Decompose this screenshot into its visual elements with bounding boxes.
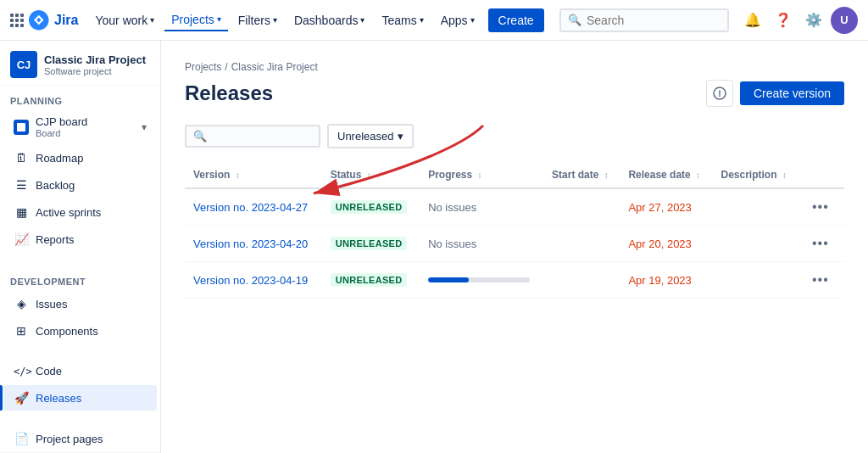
description-cell — [713, 226, 798, 262]
col-start-date: Start date ↕ — [543, 162, 620, 188]
version-link[interactable]: Version no. 2023-04-19 — [193, 274, 308, 287]
create-version-button[interactable]: Create version — [740, 81, 844, 105]
release-date-cell: Apr 19, 2023 — [620, 262, 712, 299]
table-row: Version no. 2023-04-19UNRELEASEDApr 19, … — [185, 262, 844, 299]
sidebar-item-label: Active sprints — [36, 206, 101, 219]
planning-section-label: PLANNING — [0, 86, 160, 109]
more-options-button[interactable]: ••• — [807, 198, 834, 216]
sort-icon: ↕ — [478, 171, 482, 180]
sprint-icon: ▦ — [14, 205, 29, 219]
sidebar-item-components[interactable]: ⊞ Components — [3, 318, 157, 344]
components-icon: ⊞ — [14, 324, 29, 338]
table-row: Version no. 2023-04-27UNRELEASEDNo issue… — [185, 188, 844, 226]
releases-table: Version ↕ Status ↕ Progress ↕ Start da — [185, 162, 844, 299]
jira-wordmark: Jira — [54, 13, 78, 28]
chevron-icon: ▾ — [360, 15, 364, 25]
sort-icon: ↕ — [696, 171, 700, 180]
description-cell — [713, 188, 798, 226]
main-wrapper: Projects / Classic Jira Project Releases… — [161, 41, 868, 453]
nav-dashboards[interactable]: Dashboards ▾ — [287, 10, 372, 31]
status-badge: UNRELEASED — [331, 237, 408, 250]
sidebar-item-label: Components — [36, 325, 98, 338]
sort-icon: ↕ — [367, 171, 371, 180]
version-search[interactable]: 🔍 — [185, 125, 320, 148]
release-date-cell: Apr 27, 2023 — [620, 188, 712, 226]
settings-button[interactable]: ⚙️ — [800, 7, 827, 34]
sidebar-item-project-pages[interactable]: 📄 Project pages — [3, 426, 157, 451]
backlog-icon: ☰ — [14, 178, 29, 192]
app-logo[interactable]: Jira — [10, 10, 78, 31]
grid-icon — [10, 14, 24, 27]
nav-teams[interactable]: Teams ▾ — [375, 10, 430, 31]
start-date-cell — [543, 226, 620, 262]
sidebar-item-reports[interactable]: 📈 Reports — [3, 226, 157, 252]
nav-filters[interactable]: Filters ▾ — [231, 10, 284, 31]
col-version: Version ↕ — [185, 162, 322, 188]
issues-icon: ◈ — [14, 297, 29, 310]
col-release-date: Release date ↕ — [620, 162, 712, 188]
create-button[interactable]: Create — [488, 8, 544, 32]
search-bar[interactable]: 🔍 — [559, 8, 729, 32]
chevron-icon: ▾ — [420, 15, 424, 25]
sidebar-item-label: Issues — [36, 298, 68, 310]
sidebar-item-label: Reports — [36, 233, 75, 246]
chevron-down-icon: ▾ — [398, 130, 403, 143]
sidebar-item-roadmap[interactable]: 🗓 Roadmap — [3, 145, 157, 171]
board-icon — [14, 120, 29, 135]
table-row: Version no. 2023-04-20UNRELEASEDNo issue… — [185, 226, 844, 262]
sidebar-item-issues[interactable]: ◈ Issues — [3, 291, 157, 316]
breadcrumb: Projects / Classic Jira Project — [185, 61, 844, 73]
sidebar-item-code[interactable]: </> Code — [3, 359, 157, 383]
table-header-row: Version ↕ Status ↕ Progress ↕ Start da — [185, 162, 844, 188]
nav-apps[interactable]: Apps ▾ — [434, 10, 481, 31]
no-issues-label: No issues — [428, 201, 476, 214]
version-search-input[interactable] — [207, 130, 312, 143]
reports-icon: 📈 — [14, 232, 29, 246]
breadcrumb-project-name[interactable]: Classic Jira Project — [231, 61, 318, 73]
nav-projects[interactable]: Projects ▾ — [164, 9, 228, 31]
sidebar-item-label: Code — [36, 365, 62, 378]
more-options-button[interactable]: ••• — [807, 234, 834, 253]
sidebar-item-label: Backlog — [36, 179, 75, 192]
pages-icon: 📄 — [14, 432, 29, 445]
help-button[interactable]: ❓ — [770, 7, 797, 34]
project-type: Software project — [44, 66, 146, 76]
status-filter-dropdown[interactable]: Unreleased ▾ — [327, 124, 414, 148]
avatar[interactable]: U — [831, 7, 858, 34]
start-date-cell — [543, 188, 620, 226]
version-link[interactable]: Version no. 2023-04-20 — [193, 238, 308, 250]
page-header: Releases Create version — [185, 80, 844, 107]
releases-icon: 🚀 — [14, 391, 29, 405]
search-input[interactable] — [587, 14, 721, 27]
code-icon: </> — [14, 366, 29, 378]
version-link[interactable]: Version no. 2023-04-27 — [193, 201, 308, 214]
more-options-button[interactable]: ••• — [807, 271, 834, 289]
sidebar-item-label: Project pages — [36, 433, 103, 445]
notifications-button[interactable]: 🔔 — [739, 7, 766, 34]
board-group: CJP board Board ▾ — [3, 109, 157, 144]
roadmap-icon: 🗓 — [14, 151, 29, 165]
status-badge: UNRELEASED — [331, 200, 408, 214]
status-badge: UNRELEASED — [331, 273, 408, 287]
page-header-actions: Create version — [706, 80, 844, 107]
sidebar-item-label: Roadmap — [36, 152, 83, 165]
status-filter-label: Unreleased — [337, 130, 394, 143]
jira-logo-icon — [29, 10, 49, 31]
chevron-icon: ▾ — [217, 14, 221, 24]
project-icon: CJ — [10, 51, 37, 78]
search-icon: 🔍 — [568, 14, 581, 26]
nav-your-work[interactable]: Your work ▾ — [88, 10, 161, 31]
col-progress: Progress ↕ — [420, 162, 543, 188]
start-date-cell — [543, 262, 620, 299]
sidebar-item-releases[interactable]: 🚀 Releases — [3, 385, 157, 411]
board-header[interactable]: CJP board Board ▾ — [3, 109, 157, 144]
search-icon: 🔍 — [193, 130, 207, 143]
page-title: Releases — [185, 81, 273, 105]
chevron-icon: ▾ — [150, 15, 154, 25]
feedback-button[interactable] — [706, 80, 733, 107]
sidebar-item-backlog[interactable]: ☰ Backlog — [3, 172, 157, 198]
project-header[interactable]: CJ Classic Jira Project Software project — [0, 41, 160, 86]
breadcrumb-projects[interactable]: Projects — [185, 61, 221, 73]
sort-icon: ↕ — [782, 171, 787, 180]
sidebar-item-active-sprints[interactable]: ▦ Active sprints — [3, 199, 157, 225]
